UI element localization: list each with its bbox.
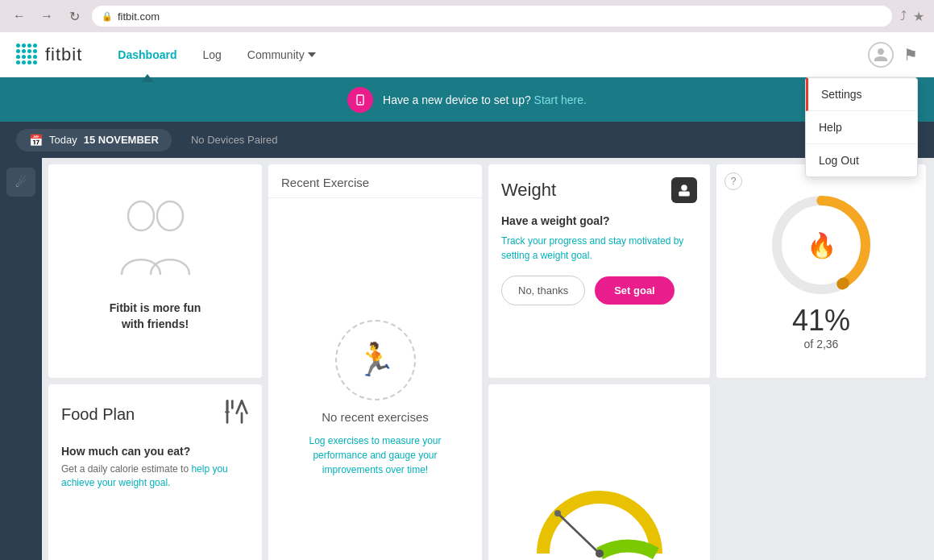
dropdown-help[interactable]: Help	[806, 111, 917, 144]
browser-chrome: ← → ↻ 🔒 fitbit.com ⤴ ★	[0, 0, 934, 32]
set-goal-button[interactable]: Set goal	[595, 276, 675, 305]
bookmark-header-icon[interactable]: ⚑	[903, 45, 918, 64]
gauge-svg	[527, 473, 672, 560]
today-label: Today	[49, 134, 77, 146]
weight-desc: Track your progress and stay motivated b…	[501, 234, 697, 263]
main-nav: Dashboard Log Community	[106, 42, 326, 68]
dropdown-settings[interactable]: Settings	[806, 78, 917, 111]
gauge-container	[527, 473, 672, 560]
url-bar[interactable]: 🔒 fitbit.com	[92, 6, 892, 27]
main-content: Fitbit is more fun with friends! Recent …	[42, 158, 934, 560]
no-devices-text: No Devices Paired	[191, 134, 278, 146]
exercise-card: Recent Exercise 🏃 No recent exercises Lo…	[268, 164, 482, 560]
weight-card: Weight Have a weight goal? Track your pr…	[488, 164, 710, 378]
weight-icon	[677, 183, 691, 197]
svg-line-12	[237, 401, 242, 413]
exercise-body: 🏃 No recent exercises Log exercises to m…	[268, 198, 482, 560]
back-button[interactable]: ←	[10, 6, 29, 26]
svg-point-4	[681, 185, 687, 191]
lock-icon: 🔒	[102, 11, 113, 22]
gauge-card: under	[488, 384, 710, 560]
fork-knife-icon	[220, 397, 249, 426]
header-right: ⚑	[868, 42, 918, 68]
chevron-down-icon	[308, 51, 316, 59]
logo-text: fitbit	[45, 44, 82, 65]
logo-dots	[16, 44, 39, 66]
question-mark-icon[interactable]: ?	[724, 172, 742, 190]
browser-actions: ⤴ ★	[900, 9, 924, 24]
svg-rect-5	[679, 192, 690, 197]
dropdown-menu: Settings Help Log Out	[805, 77, 918, 177]
svg-point-16	[596, 550, 604, 558]
nav-dashboard[interactable]: Dashboard	[106, 42, 188, 68]
banner-icon	[347, 87, 373, 113]
svg-line-13	[242, 401, 247, 413]
running-figure: 🏃	[355, 341, 396, 379]
share-icon[interactable]: ⤴	[900, 9, 907, 24]
date-bar: 📅 Today 15 NOVEMBER No Devices Paired	[0, 122, 934, 158]
food-icon	[220, 397, 249, 432]
weight-header: Weight	[501, 177, 697, 203]
avatar[interactable]	[868, 42, 894, 68]
fire-icon: 🔥	[807, 230, 836, 259]
date-button[interactable]: 📅 Today 15 NOVEMBER	[16, 129, 172, 151]
dropdown-logout[interactable]: Log Out	[806, 144, 917, 176]
bookmark-icon[interactable]: ★	[913, 9, 924, 24]
svg-point-3	[157, 201, 183, 230]
weight-title: Weight	[501, 180, 556, 201]
no-exercises-text: No recent exercises	[322, 410, 429, 424]
app-wrapper: fitbit Dashboard Log Community ⚑ Setting…	[0, 32, 934, 560]
sidebar-grid-button[interactable]: ☄	[6, 168, 35, 197]
exercise-desc: Log exercises to measure your performanc…	[284, 433, 466, 477]
user-icon	[873, 47, 889, 63]
food-card: Food Plan How much can you eat? Get a da…	[48, 384, 262, 560]
svg-point-2	[128, 201, 154, 230]
sidebar: ☄	[0, 158, 42, 560]
weight-buttons: No, thanks Set goal	[501, 276, 697, 305]
exercise-header: Recent Exercise	[268, 164, 482, 198]
exercise-circle: 🏃	[335, 320, 416, 400]
nav-log[interactable]: Log	[191, 42, 232, 68]
svg-line-15	[558, 513, 600, 554]
forward-button[interactable]: →	[37, 6, 56, 26]
calories-percent: 41%	[792, 304, 850, 338]
calories-card: ? 🔥 41% of 2,36	[716, 164, 926, 378]
svg-point-1	[359, 102, 361, 103]
logo: fitbit	[16, 44, 82, 66]
calendar-icon: 📅	[29, 134, 43, 147]
no-thanks-button[interactable]: No, thanks	[501, 276, 585, 305]
friends-card: Fitbit is more fun with friends!	[48, 164, 262, 378]
friends-illustration	[107, 186, 204, 291]
date-text: 15 NOVEMBER	[84, 134, 159, 146]
banner-link[interactable]: Start here.	[534, 93, 587, 106]
weight-badge	[671, 177, 697, 203]
weight-question: Have a weight goal?	[501, 214, 697, 227]
food-header: Food Plan	[61, 397, 249, 432]
device-icon	[354, 93, 367, 106]
url-text: fitbit.com	[118, 10, 160, 23]
friends-text: Fitbit is more fun with friends!	[110, 301, 201, 332]
header: fitbit Dashboard Log Community ⚑	[0, 32, 934, 77]
friends-silhouettes	[107, 210, 204, 291]
refresh-button[interactable]: ↻	[64, 6, 84, 26]
food-desc: Get a daily calorie estimate to help you…	[61, 463, 249, 490]
banner: Have a new device to set up? Start here.	[0, 77, 934, 122]
svg-point-17	[554, 510, 561, 516]
ring-container: 🔥	[769, 193, 874, 297]
banner-text: Have a new device to set up? Start here.	[383, 93, 587, 106]
calories-of: of 2,36	[804, 338, 839, 351]
nav-community[interactable]: Community	[236, 42, 327, 68]
food-subtitle: How much can you eat?	[61, 445, 249, 458]
food-title: Food Plan	[61, 405, 135, 424]
